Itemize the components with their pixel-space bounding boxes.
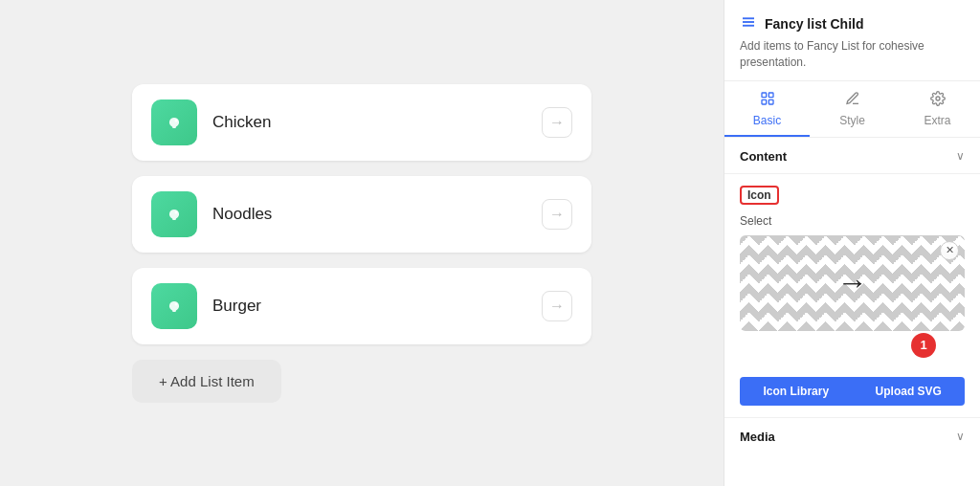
svg-rect-10 [768,99,773,104]
icon-badge: Icon [740,186,779,205]
style-tab-icon [845,91,860,110]
content-section-title: Content [740,149,787,164]
svg-point-1 [175,119,178,122]
upload-svg-button[interactable]: Upload SVG [853,377,966,406]
content-chevron-icon: ∨ [956,149,965,163]
svg-rect-9 [762,99,767,104]
left-panel: Chicken → Noodles → Burger → + Add List … [0,0,724,486]
card-arrow-chicken: → [542,107,572,138]
card-title-burger: Burger [212,297,526,316]
card-arrow-noodles: → [542,199,572,230]
select-label: Select [740,214,965,228]
tab-basic-label: Basic [753,114,781,127]
media-section-header[interactable]: Media ∨ [724,418,980,455]
panel-subtitle: Add items to Fancy List for cohesive pre… [740,38,965,71]
panel-header: Fancy list Child Add items to Fancy List… [724,0,980,81]
annotation-number-1: 1 [911,333,936,358]
card-title-noodles: Noodles [212,205,526,224]
close-upload-button[interactable]: ✕ [940,241,959,260]
tab-extra-label: Extra [924,114,950,127]
upload-area-wrapper: → ✕ 1 [740,235,965,331]
card-icon-chicken [151,99,197,145]
icon-section: Icon Select → ✕ 1 Icon Library Upload SV… [724,174,980,418]
svg-rect-7 [762,93,767,98]
extra-tab-icon [930,91,946,110]
card-icon-noodles [151,191,197,237]
basic-tab-icon [760,91,775,110]
svg-point-11 [936,97,940,100]
content-section-header[interactable]: Content ∨ [724,138,980,174]
list-item-burger[interactable]: Burger → [132,268,591,344]
upload-buttons-row: Icon Library Upload SVG [740,377,965,406]
tab-extra[interactable]: Extra [895,81,980,137]
image-upload-area[interactable]: → ✕ [740,235,965,331]
list-icon [740,13,757,34]
icon-library-button[interactable]: Icon Library [740,377,853,406]
media-section-title: Media [740,430,775,444]
arrow-preview-icon: → [837,265,868,300]
tab-bar: Basic Style Extra [724,81,980,138]
media-chevron-icon: ∨ [956,430,965,443]
card-icon-burger [151,283,197,329]
card-title-chicken: Chicken [212,113,526,132]
right-panel: Fancy list Child Add items to Fancy List… [724,0,980,486]
svg-point-3 [175,302,178,305]
svg-rect-8 [768,93,773,98]
svg-point-2 [175,210,178,213]
list-item-chicken[interactable]: Chicken → [132,84,591,161]
add-list-item-button[interactable]: + Add List Item [132,360,281,403]
list-item-noodles[interactable]: Noodles → [132,176,591,253]
tab-basic[interactable]: Basic [724,81,810,137]
tab-style-label: Style [839,114,865,127]
card-arrow-burger: → [542,291,572,321]
panel-title: Fancy list Child [765,16,863,32]
tab-style[interactable]: Style [810,81,895,137]
